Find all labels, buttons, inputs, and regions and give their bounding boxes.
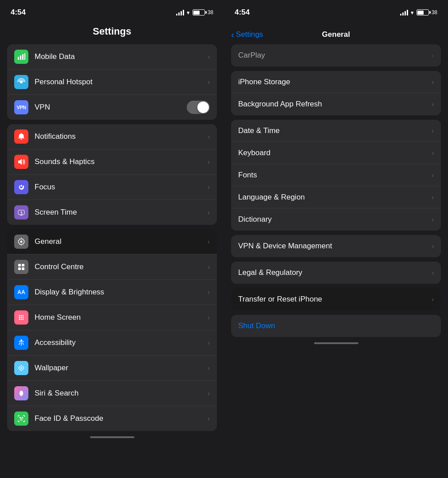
siri-item[interactable]: Siri & Search › [7, 381, 217, 406]
svg-rect-0 [18, 57, 19, 60]
signal-icon-right [400, 9, 408, 16]
personal-hotspot-item[interactable]: Personal Hotspot › [7, 70, 217, 95]
home-screen-item[interactable]: Home Screen › [7, 305, 217, 330]
face-id-item[interactable]: Face ID & Passcode › [7, 406, 217, 431]
legal-group: Legal & Regulatory › [231, 262, 441, 284]
scroll-indicator-right [314, 342, 358, 344]
svg-rect-13 [22, 267, 24, 270]
wifi-icon-right: ▾ [411, 9, 414, 16]
dictionary-item[interactable]: Dictionary › [231, 208, 441, 231]
siri-label: Siri & Search [35, 389, 206, 398]
time-left: 4:54 [11, 8, 26, 17]
mobile-data-chevron: › [208, 53, 210, 60]
sounds-item[interactable]: Sounds & Haptics › [7, 149, 217, 175]
vpn-device-chevron: › [432, 243, 434, 250]
display-item[interactable]: AA Display & Brightness › [7, 280, 217, 305]
vpn-device-group: VPN & Device Management › [231, 235, 441, 257]
general-icon [14, 235, 28, 249]
control-centre-item[interactable]: Control Centre › [7, 255, 217, 280]
vpn-device-label: VPN & Device Management [238, 242, 432, 251]
date-time-label: Date & Time [238, 126, 432, 135]
right-panel: 4:54 ▾ 38 ‹ Settings General CarPlay › [224, 0, 448, 478]
status-icons-left: ▾ 38 [176, 9, 213, 16]
settings-title: Settings [0, 22, 224, 44]
svg-point-19 [23, 317, 24, 318]
left-panel: 4:54 ▾ 38 Settings [0, 0, 224, 478]
notifications-chevron: › [208, 133, 210, 140]
battery-text-right: 38 [432, 9, 437, 16]
sounds-chevron: › [208, 158, 210, 165]
status-bar-right: 4:54 ▾ 38 [224, 0, 448, 22]
personal-hotspot-label: Personal Hotspot [35, 78, 206, 86]
svg-point-20 [19, 319, 20, 320]
date-time-item[interactable]: Date & Time › [231, 120, 441, 142]
svg-point-9 [20, 241, 23, 243]
svg-rect-10 [18, 264, 21, 266]
transfer-reset-item[interactable]: Transfer or Reset iPhone › [231, 288, 441, 310]
iphone-storage-item[interactable]: iPhone Storage › [231, 71, 441, 93]
wifi-icon: ▾ [187, 9, 190, 16]
background-refresh-item[interactable]: Background App Refresh › [231, 93, 441, 115]
personal-hotspot-chevron: › [208, 78, 210, 86]
background-refresh-chevron: › [432, 101, 434, 108]
shut-down-item[interactable]: Shut Down [231, 315, 441, 337]
back-button[interactable]: ‹ Settings [231, 30, 263, 40]
carplay-partial-group: CarPlay › [231, 44, 441, 67]
face-id-icon [14, 411, 28, 426]
face-id-chevron: › [208, 415, 210, 422]
focus-item[interactable]: Focus › [7, 175, 217, 200]
scroll-indicator-left [90, 436, 134, 438]
home-screen-icon [14, 310, 28, 325]
svg-point-25 [20, 367, 22, 369]
general-label: General [35, 237, 206, 246]
general-nav-header: ‹ Settings General [224, 22, 448, 44]
general-chevron: › [208, 238, 210, 245]
svg-point-15 [21, 315, 22, 317]
iphone-storage-chevron: › [432, 78, 434, 86]
svg-point-28 [22, 417, 23, 418]
accessibility-chevron: › [208, 339, 210, 346]
vpn-toggle[interactable] [187, 101, 210, 114]
mobile-data-icon [14, 50, 28, 64]
signal-icon [176, 9, 184, 16]
accessibility-icon [14, 336, 28, 350]
svg-rect-3 [24, 53, 25, 60]
language-region-label: Language & Region [238, 193, 432, 202]
transfer-reset-chevron: › [432, 296, 434, 303]
date-time-chevron: › [432, 127, 434, 134]
language-region-item[interactable]: Language & Region › [231, 186, 441, 208]
notifications-item[interactable]: Notifications › [7, 124, 217, 149]
wallpaper-item[interactable]: Wallpaper › [7, 356, 217, 381]
system-group: Notifications › Sounds & Haptics › Fo [7, 124, 217, 225]
vpn-device-item[interactable]: VPN & Device Management › [231, 235, 441, 257]
accessibility-item[interactable]: Accessibility › [7, 330, 217, 356]
back-chevron-icon: ‹ [231, 30, 234, 40]
focus-icon [14, 180, 28, 194]
mobile-data-item[interactable]: Mobile Data › [7, 44, 217, 70]
legal-item[interactable]: Legal & Regulatory › [231, 262, 441, 284]
iphone-storage-label: iPhone Storage [238, 78, 432, 86]
transfer-group: Transfer or Reset iPhone › [231, 288, 441, 310]
svg-point-23 [20, 339, 22, 341]
svg-point-16 [23, 315, 24, 317]
siri-chevron: › [208, 390, 210, 397]
transfer-reset-label: Transfer or Reset iPhone [238, 295, 432, 304]
general-item[interactable]: General › [7, 229, 217, 255]
screen-time-chevron: › [208, 209, 210, 216]
screen-time-item[interactable]: Screen Time › [7, 200, 217, 225]
network-group: Mobile Data › Personal Hotspot › VPN VPN [7, 44, 217, 120]
dictionary-label: Dictionary [238, 215, 432, 224]
accessibility-label: Accessibility [35, 338, 206, 347]
keyboard-item[interactable]: Keyboard › [231, 142, 441, 164]
carplay-item[interactable]: CarPlay › [231, 44, 441, 67]
svg-rect-8 [20, 215, 22, 215]
fonts-item[interactable]: Fonts › [231, 164, 441, 186]
vpn-item[interactable]: VPN VPN [7, 95, 217, 120]
wallpaper-icon [14, 361, 28, 375]
display-label: Display & Brightness [35, 288, 206, 297]
focus-chevron: › [208, 184, 210, 191]
svg-point-22 [23, 319, 24, 320]
svg-rect-11 [22, 264, 24, 266]
svg-point-14 [19, 315, 20, 317]
svg-point-21 [21, 319, 22, 320]
